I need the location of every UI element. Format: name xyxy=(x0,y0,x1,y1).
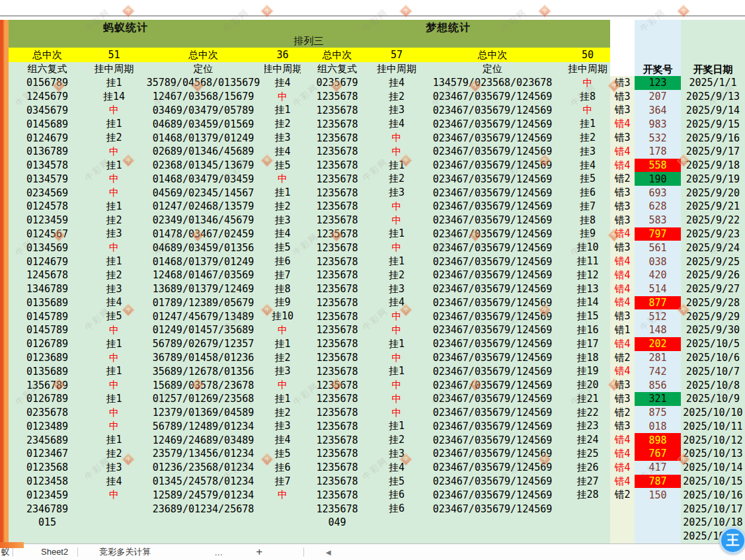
cell-position-ant[interactable] xyxy=(142,516,264,530)
cell-group6-ant[interactable]: 0124679 xyxy=(9,131,86,145)
cell-cycle2-ant[interactable]: 挂6 xyxy=(264,255,301,268)
cell-group6-ant[interactable]: 0235678 xyxy=(9,406,86,420)
cell-cycle-dream[interactable]: 中 xyxy=(373,309,420,323)
cell-position-ant[interactable]: 12469/24689/03489 xyxy=(142,433,264,447)
cell-cycle2-dream[interactable]: 挂3 xyxy=(565,145,610,159)
cell-draw-number[interactable]: 742 xyxy=(635,364,681,378)
cell-cycle2-ant[interactable]: 挂4 xyxy=(264,227,301,241)
cell-cycle-ant[interactable]: 挂1 xyxy=(86,433,142,447)
cell-position-ant[interactable]: 03469/03479/05789 xyxy=(142,104,264,118)
cell-position-dream[interactable]: 023467/035679/124569 xyxy=(420,351,565,365)
cell-position-dream[interactable]: 023467/035679/124569 xyxy=(420,90,565,104)
cell-cycle-ant[interactable] xyxy=(86,502,142,516)
cell-draw-number[interactable]: 150 xyxy=(635,488,681,502)
cell-group6-ant[interactable]: 0134579 xyxy=(9,172,86,186)
cell-cycle2-ant[interactable]: 挂4 xyxy=(264,76,301,90)
cell-draw-number[interactable]: 420 xyxy=(635,268,681,282)
cell-draw-number[interactable]: 693 xyxy=(635,186,681,200)
cell-cycle2-dream[interactable]: 挂21 xyxy=(565,392,610,406)
cell-cycle2-dream[interactable]: 挂7 xyxy=(565,200,610,214)
cell-cycle-dream[interactable]: 挂3 xyxy=(373,186,420,200)
cell-draw-number[interactable]: 148 xyxy=(635,323,681,337)
cell-draw-date[interactable]: 2025/9/19 xyxy=(681,172,745,186)
cell-position-ant[interactable]: 35689/12678/01356 xyxy=(142,364,264,378)
cell-position-dream[interactable]: 023467/035679/124569 xyxy=(420,502,565,516)
cell-position-dream[interactable]: 023467/035679/124569 xyxy=(420,475,565,489)
cell-group6-dream[interactable]: 1235678 xyxy=(301,296,373,310)
cell-draw-date[interactable]: 2025/9/27 xyxy=(681,282,745,296)
cell-draw-number[interactable]: 281 xyxy=(635,351,681,365)
cell-position-ant[interactable]: 02368/01345/13679 xyxy=(142,159,264,173)
cell-cycle2-ant[interactable]: 中 xyxy=(264,488,301,502)
cell-cycle-ant[interactable]: 挂2 xyxy=(86,268,142,282)
cell-draw-date[interactable]: 2025/10/10 xyxy=(681,406,745,420)
cell-cycle2-dream[interactable]: 挂22 xyxy=(565,406,610,420)
cell-group6-dream[interactable]: 1235678 xyxy=(301,255,373,268)
cell-error-count[interactable]: 错4 xyxy=(610,159,635,173)
cell-position-ant[interactable]: 01468/01379/01249 xyxy=(142,131,264,145)
cell-cycle2-ant[interactable]: 挂2 xyxy=(264,117,301,131)
cell-draw-date[interactable]: 2025/10/8 xyxy=(681,378,745,392)
cell-cycle-dream[interactable] xyxy=(373,530,420,543)
cell-group6-ant[interactable]: 0156789 xyxy=(9,76,86,90)
cell-group6-dream[interactable]: 1235678 xyxy=(301,337,373,351)
cell-group6-ant[interactable]: 1346789 xyxy=(9,282,86,296)
cell-position-ant[interactable]: 01468/01379/01249 xyxy=(142,255,264,268)
cell-cycle2-ant[interactable]: 中 xyxy=(264,90,301,104)
cell-cycle-dream[interactable]: 挂4 xyxy=(373,461,420,475)
cell-cycle-dream[interactable]: 挂1 xyxy=(373,364,420,378)
cell-position-ant[interactable]: 01345/24578/01234 xyxy=(142,475,264,489)
cell-draw-number[interactable]: 038 xyxy=(635,255,681,268)
cell-cycle2-dream[interactable]: 挂10 xyxy=(565,241,610,255)
cell-draw-number[interactable]: 532 xyxy=(635,131,681,145)
cell-group6-ant[interactable]: 1356789 xyxy=(9,378,86,392)
cell-draw-number[interactable]: 178 xyxy=(635,145,681,159)
cell-position-dream[interactable]: 023467/035679/124569 xyxy=(420,378,565,392)
cell-cycle-ant[interactable]: 中 xyxy=(86,172,142,186)
cell-error-count[interactable]: 错3 xyxy=(610,90,635,104)
cell-position-ant[interactable]: 12379/01369/04589 xyxy=(142,406,264,420)
cell-position-dream[interactable]: 023467/035679/124569 xyxy=(420,461,565,475)
cell-cycle2-ant[interactable]: 挂4 xyxy=(264,145,301,159)
cell-error-count[interactable]: 错3 xyxy=(610,392,635,406)
cell-cycle-ant[interactable]: 中 xyxy=(86,323,142,337)
cell-position-ant[interactable]: 12467/03568/15679 xyxy=(142,90,264,104)
cell-draw-date[interactable]: 2025/10/11 xyxy=(681,420,745,434)
cell-position-dream[interactable]: 023467/035679/124569 xyxy=(420,117,565,131)
cell-cycle-ant[interactable] xyxy=(86,516,142,530)
cell-group6-ant[interactable]: 0123459 xyxy=(9,488,86,502)
cell-position-ant[interactable]: 36789/01458/01236 xyxy=(142,351,264,365)
cell-group6-dream[interactable] xyxy=(301,530,373,543)
cell-cycle2-ant[interactable] xyxy=(264,516,301,530)
cell-group6-dream[interactable]: 1235678 xyxy=(301,420,373,434)
cell-position-dream[interactable]: 023467/035679/124569 xyxy=(420,392,565,406)
cell-draw-date[interactable]: 2025/9/22 xyxy=(681,214,745,227)
cell-cycle-dream[interactable]: 中 xyxy=(373,214,420,227)
cell-cycle-ant[interactable]: 挂1 xyxy=(86,337,142,351)
cell-group6-ant[interactable]: 0123689 xyxy=(9,351,86,365)
cell-cycle-dream[interactable]: 中 xyxy=(373,351,420,365)
cell-draw-number[interactable]: 898 xyxy=(635,433,681,447)
cell-cycle2-ant[interactable]: 挂7 xyxy=(264,475,301,489)
cell-position-ant[interactable]: 01236/23568/01234 xyxy=(142,461,264,475)
cell-cycle-dream[interactable]: 挂3 xyxy=(373,104,420,118)
cell-error-count[interactable]: 错2 xyxy=(610,172,635,186)
cell-draw-number[interactable]: 207 xyxy=(635,90,681,104)
cell-group6-ant[interactable]: 0123489 xyxy=(9,420,86,434)
cell-draw-date[interactable]: 2025/9/24 xyxy=(681,241,745,255)
cell-cycle2-ant[interactable]: 中 xyxy=(264,378,301,392)
cell-draw-number[interactable]: 190 xyxy=(635,172,681,186)
cell-cycle2-ant[interactable]: 挂5 xyxy=(264,447,301,461)
cell-cycle2-dream[interactable]: 挂15 xyxy=(565,309,610,323)
cell-group6-dream[interactable]: 1235678 xyxy=(301,186,373,200)
cell-error-count[interactable]: 错4 xyxy=(610,337,635,351)
cell-group6-ant[interactable]: 0124567 xyxy=(9,227,86,241)
cell-draw-number[interactable]: 123 xyxy=(635,76,681,90)
cell-error-count[interactable]: 错3 xyxy=(610,420,635,434)
cell-cycle-dream[interactable]: 挂2 xyxy=(373,268,420,282)
cell-cycle2-ant[interactable]: 中 xyxy=(264,172,301,186)
cell-error-count[interactable]: 错4 xyxy=(610,282,635,296)
cell-position-dream[interactable]: 023467/035679/124569 xyxy=(420,337,565,351)
cell-error-count[interactable]: 错4 xyxy=(610,255,635,268)
cell-draw-date[interactable]: 2025/9/21 xyxy=(681,200,745,214)
